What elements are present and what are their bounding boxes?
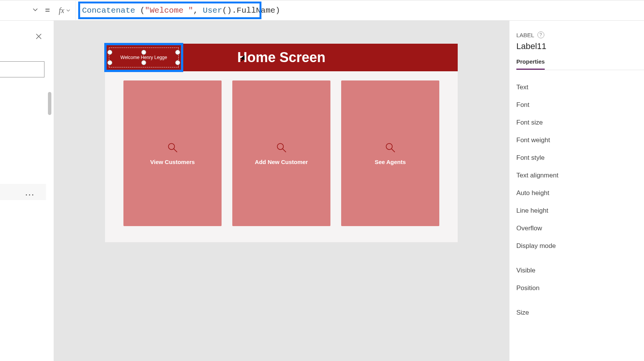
- resize-handle-bl[interactable]: [107, 60, 112, 65]
- property-dropdown[interactable]: [0, 0, 41, 21]
- resize-handle-tr[interactable]: [175, 50, 180, 55]
- card-see-agents[interactable]: See Agents: [341, 80, 439, 226]
- formula-text: Concatenate ("Welcome ", User().FullName…: [79, 6, 280, 15]
- resize-handle-tl[interactable]: [107, 50, 112, 55]
- header-title: Home Screen: [237, 49, 325, 66]
- left-sidebar: ...: [0, 21, 54, 361]
- cards-row: View Customers Add New Customer See Agen…: [105, 71, 458, 226]
- properties-tabs: Properties: [516, 58, 644, 70]
- more-options-button[interactable]: ...: [0, 184, 46, 200]
- svg-line-3: [283, 149, 286, 152]
- formula-bar: = fx Concatenate ("Welcome ", User().Ful…: [0, 0, 644, 21]
- card-add-new-customer[interactable]: Add New Customer: [232, 80, 330, 226]
- main-layout: ... Welcome Henry Legge Home Screen: [0, 21, 644, 361]
- control-type-label: LABEL: [516, 32, 534, 38]
- tab-properties[interactable]: Properties: [516, 58, 545, 70]
- prop-text[interactable]: Text: [516, 79, 644, 96]
- resize-handle-bc[interactable]: [141, 60, 146, 65]
- control-type-row: LABEL ?: [516, 31, 644, 38]
- fx-button[interactable]: fx: [54, 0, 76, 21]
- help-icon[interactable]: ?: [537, 31, 544, 38]
- card-label: See Agents: [375, 159, 406, 165]
- prop-line-height[interactable]: Line height: [516, 202, 644, 220]
- chevron-down-icon: [32, 7, 38, 14]
- prop-font-style[interactable]: Font style: [516, 149, 644, 167]
- svg-line-1: [174, 149, 177, 152]
- close-icon[interactable]: [35, 32, 42, 42]
- svg-line-5: [392, 149, 395, 152]
- card-label: Add New Customer: [255, 159, 308, 165]
- search-input[interactable]: [0, 61, 44, 77]
- prop-size[interactable]: Size: [516, 304, 644, 322]
- prop-display-mode[interactable]: Display mode: [516, 237, 644, 255]
- search-icon: [167, 142, 178, 153]
- prop-position[interactable]: Position: [516, 279, 644, 297]
- formula-input[interactable]: Concatenate ("Welcome ", User().FullName…: [76, 0, 644, 20]
- app-header: Welcome Henry Legge Home Screen: [105, 44, 458, 71]
- chevron-down-icon: [66, 8, 71, 13]
- search-icon: [276, 142, 287, 153]
- resize-handle-tc[interactable]: [141, 50, 146, 55]
- equals-sign: =: [41, 5, 54, 15]
- prop-font-size[interactable]: Font size: [516, 114, 644, 131]
- welcome-label-text: Welcome Henry Legge: [106, 44, 182, 71]
- prop-auto-height[interactable]: Auto height: [516, 184, 644, 202]
- prop-font[interactable]: Font: [516, 96, 644, 114]
- app-screen: Welcome Henry Legge Home Screen: [105, 44, 458, 242]
- fx-label: fx: [59, 6, 64, 15]
- card-label: View Customers: [150, 159, 195, 165]
- prop-visible[interactable]: Visible: [516, 262, 644, 279]
- welcome-label-control[interactable]: Welcome Henry Legge: [106, 44, 182, 71]
- canvas-area[interactable]: Welcome Henry Legge Home Screen: [54, 21, 509, 361]
- card-view-customers[interactable]: View Customers: [123, 80, 222, 226]
- resize-handle-br[interactable]: [175, 60, 180, 65]
- prop-overflow[interactable]: Overflow: [516, 220, 644, 237]
- prop-text-alignment[interactable]: Text alignment: [516, 167, 644, 184]
- properties-panel: LABEL ? Label11 Properties Text Font Fon…: [509, 21, 644, 361]
- scrollbar-thumb[interactable]: [48, 92, 51, 115]
- properties-list: Text Font Font size Font weight Font sty…: [516, 79, 644, 322]
- prop-font-weight[interactable]: Font weight: [516, 131, 644, 149]
- search-icon: [384, 142, 396, 153]
- control-name[interactable]: Label11: [516, 41, 644, 51]
